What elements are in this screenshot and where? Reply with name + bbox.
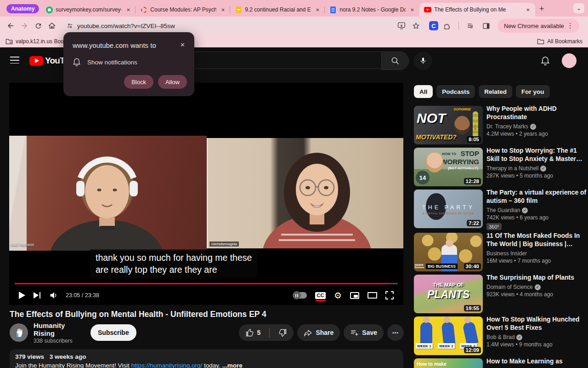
guide-menu-icon[interactable] (10, 57, 19, 64)
chrome-update-button[interactable]: New Chrome available ⋮ (498, 19, 579, 33)
video-thumbnail[interactable]: WEEK 1 WEEK 2 WEEK 3 12:09 (414, 316, 483, 355)
video-thumbnail[interactable]: INSIDER Business BIG BUSINESS 30:40 (414, 233, 483, 271)
tab-close-icon[interactable]: ✕ (124, 6, 132, 13)
suggested-video-title[interactable]: How To Stop Walking Hunched Over! 5 Best… (486, 316, 588, 332)
reload-button[interactable] (31, 19, 45, 33)
url-text[interactable]: youtube.com/watch?v=IZVEI--85sw (77, 23, 397, 29)
autoplay-toggle[interactable] (289, 287, 311, 304)
notifications-bell-icon[interactable] (540, 55, 551, 66)
tab-title: surveymonkey.com/survey-ta (56, 6, 122, 13)
next-button[interactable] (29, 287, 45, 304)
tab-group-anatomy[interactable]: Anatomy (6, 4, 39, 13)
settings-button[interactable]: ⚙ (330, 287, 346, 304)
dislike-button[interactable] (273, 324, 294, 341)
suggested-video-title[interactable]: How to Make Learning as (486, 357, 588, 366)
suggestion-item[interactable]: WEEK 1 WEEK 2 WEEK 3 12:09 How To Stop W… (414, 316, 588, 357)
video-thumbnail[interactable]: How to make learning as (414, 358, 483, 368)
chip-podcasts[interactable]: Podcasts (436, 85, 475, 98)
suggestion-item[interactable]: HOW TO STOP WORRYING (BUT ACTUALLY) 14 1… (414, 148, 588, 188)
suggested-video-title[interactable]: The Party: a virtual experience of autis… (486, 189, 588, 205)
chip-for-you[interactable]: For you (516, 85, 550, 98)
tab-youtube-active[interactable]: The Effects of Bullying on Me ✕ (419, 3, 535, 17)
browser-menu-icon[interactable]: ⋮ (564, 22, 577, 30)
subscriber-count: 338 subscribers (34, 338, 87, 344)
play-button[interactable] (15, 287, 29, 304)
tab-google-docs[interactable]: nora 9.2 Notes - Google Docs ✕ (325, 3, 419, 17)
suggestion-item[interactable]: INSIDER Business BIG BUSINESS 30:40 11 O… (414, 233, 588, 273)
more-actions-button[interactable]: ••• (387, 324, 404, 341)
tab-close-icon[interactable]: ✕ (219, 6, 226, 13)
tab-canvas-modules[interactable]: Course Modules: AP Psycholo ✕ (136, 3, 230, 17)
progress-bar[interactable] (15, 283, 398, 284)
volume-button[interactable] (45, 287, 63, 304)
search-button[interactable] (381, 52, 409, 70)
suggestion-item[interactable]: THE PARTY A VIRTUAL EXPERIENCE OF AUTISM… (414, 190, 588, 230)
miniplayer-button[interactable] (346, 287, 363, 304)
forward-button[interactable] (17, 19, 31, 33)
description-link[interactable]: https://humanityrising.org/ (131, 362, 203, 368)
duration-badge: 7:22 (467, 220, 481, 226)
video-thumbnail[interactable]: THE PARTY A VIRTUAL EXPERIENCE OF AUTISM… (414, 190, 483, 228)
suggestion-item[interactable]: How to make learning as How to Make Lear… (414, 358, 588, 368)
description-box[interactable]: 379 views 3 weeks ago Join the Humanity … (10, 349, 403, 368)
new-tab-button[interactable]: + (535, 2, 548, 15)
account-avatar[interactable] (562, 53, 577, 68)
cast-icon[interactable] (397, 22, 406, 29)
bookmark-star-icon[interactable] (412, 22, 420, 30)
fullscreen-button[interactable] (381, 287, 398, 304)
tab-close-icon[interactable]: ✕ (408, 6, 416, 13)
chip-all[interactable]: All (414, 85, 433, 98)
suggested-meta: 742K views • 6 years ago (486, 214, 588, 221)
show-more-button[interactable]: ...more (222, 362, 242, 368)
save-button[interactable]: Save (344, 324, 384, 341)
suggested-video-title[interactable]: Why People with ADHD Procrastinate (486, 105, 588, 121)
theater-mode-button[interactable] (363, 287, 381, 304)
suggestion-item[interactable]: NOT MOTIVATED? DOPAMINE ↓ 8:05 Why Peopl… (414, 106, 588, 146)
dialog-close-icon[interactable]: ✕ (178, 40, 187, 49)
suggested-channel[interactable]: Dr. Tracey Marks✓ (486, 123, 588, 130)
search-input[interactable] (184, 52, 381, 69)
site-settings-icon[interactable] (66, 22, 74, 29)
suggested-channel[interactable]: Bob & Brad✓ (486, 334, 588, 340)
chip-related[interactable]: Related (479, 85, 512, 98)
side-panel-icon[interactable] (479, 19, 493, 33)
back-button[interactable] (4, 19, 17, 33)
reading-list-icon[interactable] (464, 19, 477, 33)
suggested-channel[interactable]: Business Insider (486, 250, 588, 257)
address-bar[interactable]: youtube.com/watch?v=IZVEI--85sw (62, 18, 424, 33)
video-thumbnail[interactable]: THE MAP OF PLANTS 19:55 (414, 275, 483, 313)
suggested-channel[interactable]: The Guardian✓ (486, 207, 588, 213)
channel-name[interactable]: Humanity Rising (34, 322, 87, 337)
tab-surveymonkey[interactable]: surveymonkey.com/survey-ta ✕ (41, 3, 136, 17)
home-button[interactable] (45, 19, 59, 33)
video-player[interactable]: Kairi Harness mic (9, 83, 403, 305)
captions-button[interactable]: CC (311, 287, 330, 304)
like-dislike-group: 5 (239, 324, 294, 341)
suggestion-item[interactable]: THE MAP OF PLANTS 19:55 The Surprising M… (414, 275, 588, 315)
allow-button[interactable]: Allow (158, 75, 187, 89)
tab-close-icon[interactable]: ✕ (524, 6, 531, 13)
thumbnail-text: How to make (417, 361, 447, 367)
share-button[interactable]: Share (297, 324, 340, 341)
suggested-video-title[interactable]: How to Stop Worrying: The #1 Skill to St… (486, 147, 588, 163)
description-text: Join the Humanity Rising Movement! Visit (15, 362, 131, 368)
video-thumbnail[interactable]: HOW TO STOP WORRYING (BUT ACTUALLY) 14 1… (414, 148, 483, 186)
tab-notes-doc[interactable]: 9.2 continued Racial and Eth ✕ (230, 3, 325, 17)
channel-avatar[interactable] (10, 323, 28, 342)
block-button[interactable]: Block (124, 75, 153, 89)
voice-search-button[interactable] (414, 52, 432, 70)
suggested-channel[interactable]: Domain of Science✓ (486, 284, 588, 290)
suggested-video-title[interactable]: The Surprising Map of Plants (486, 274, 588, 282)
extensions-puzzle-icon[interactable] (440, 19, 454, 33)
clever-extension-icon[interactable]: C (429, 21, 438, 30)
all-bookmarks-label: All Bookmarks (547, 38, 582, 45)
tab-close-icon[interactable]: ✕ (314, 6, 321, 13)
tab-search-button[interactable]: ⌄ (573, 3, 584, 13)
suggested-channel[interactable]: Therapy in a Nutshell✓ (486, 165, 588, 172)
participant-name-tag: Kairi Harness (11, 242, 34, 247)
suggested-video-title[interactable]: 11 Of The Most Faked Foods In The World … (486, 232, 588, 248)
like-button[interactable]: 5 (239, 324, 266, 341)
video-thumbnail[interactable]: NOT MOTIVATED? DOPAMINE ↓ 8:05 (414, 106, 483, 144)
all-bookmarks-folder[interactable]: All Bookmarks (537, 38, 582, 45)
subscribe-button[interactable]: Subscribe (90, 324, 136, 341)
